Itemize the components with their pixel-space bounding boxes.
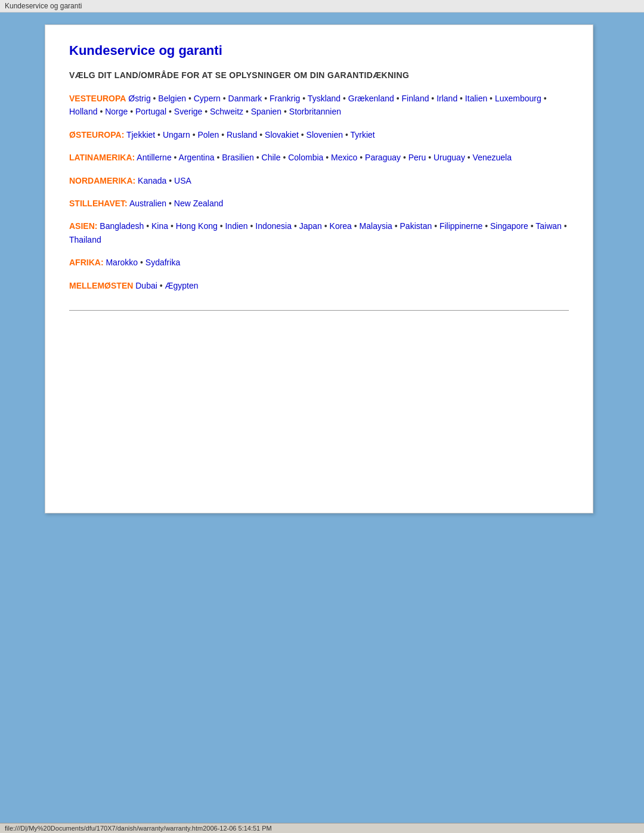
country-link-kanada[interactable]: Kanada [138,176,166,185]
region-nordamerika: NORDAMERIKA: Kanada • USA [69,174,569,187]
region-stillehavet: STILLEHAVET: Australien • New Zealand [69,197,569,210]
country-link-irland[interactable]: Irland [436,94,457,103]
region-label-nordamerika: NORDAMERIKA: [69,176,135,185]
bullet-separator: • [223,94,226,103]
bullet-separator: • [343,94,346,103]
bullet-separator: • [157,130,160,140]
bullet-separator: • [216,153,219,162]
country-link-brasilien[interactable]: Brasilien [222,153,254,162]
bullet-separator: • [354,221,357,231]
country-link-japan[interactable]: Japan [299,221,322,231]
country-link-tyrkiet[interactable]: Tyrkiet [350,130,374,140]
country-link-thailand[interactable]: Thailand [69,235,101,244]
country-link-finland[interactable]: Finland [402,94,429,103]
country-link-spanien[interactable]: Spanien [251,107,281,116]
country-link-ægypten[interactable]: Ægypten [165,281,199,290]
region-label-asien: ASIEN: [69,221,97,231]
bullet-separator: • [302,94,305,103]
country-link-portugal[interactable]: Portugal [135,107,166,116]
country-link-tyskland[interactable]: Tyskland [308,94,340,103]
country-link-schweitz[interactable]: Schweitz [210,107,243,116]
country-link-antillerne[interactable]: Antillerne [137,153,171,162]
country-link-belgien[interactable]: Belgien [158,94,186,103]
bullet-separator: • [467,153,470,162]
bullet-separator: • [434,221,437,231]
bullet-separator: • [428,153,431,162]
bullet-separator: • [220,221,223,231]
bullet-separator: • [431,94,434,103]
country-link-holland[interactable]: Holland [69,107,97,116]
bullet-separator: • [169,199,172,208]
country-link-pakistan[interactable]: Pakistan [400,221,432,231]
country-link-grækenland[interactable]: Grækenland [348,94,394,103]
bullet-separator: • [324,221,327,231]
country-link-italien[interactable]: Italien [465,94,487,103]
country-link-cypern[interactable]: Cypern [194,94,221,103]
country-link-slovakiet[interactable]: Slovakiet [265,130,299,140]
bullet-separator: • [146,221,149,231]
country-link-filippinerne[interactable]: Filippinerne [439,221,482,231]
country-link-argentina[interactable]: Argentina [179,153,215,162]
country-link-paraguay[interactable]: Paraguay [365,153,401,162]
bullet-separator: • [100,107,103,116]
country-link-hong-kong[interactable]: Hong Kong [176,221,218,231]
region-label-vesteuropa: VESTEUROPA [69,94,126,103]
country-link-taiwan[interactable]: Taiwan [535,221,562,231]
country-link-australien[interactable]: Australien [129,199,166,208]
browser-content: Kundeservice og garanti VÆLG DIT LAND/OM… [0,13,644,833]
bullet-separator: • [564,221,567,231]
country-link-singapore[interactable]: Singapore [490,221,528,231]
country-link-dubai[interactable]: Dubai [135,281,157,290]
bullet-separator: • [345,130,348,140]
country-link-uruguay[interactable]: Uruguay [434,153,465,162]
country-link-sverige[interactable]: Sverige [174,107,202,116]
country-link-danmark[interactable]: Danmark [228,94,262,103]
bullet-separator: • [360,153,363,162]
country-link-chile[interactable]: Chile [262,153,281,162]
country-link-mexico[interactable]: Mexico [331,153,357,162]
region-afrika: AFRIKA: Marokko • Sydafrika [69,256,569,269]
country-link-kina[interactable]: Kina [151,221,168,231]
country-link-rusland[interactable]: Rusland [227,130,257,140]
region-latinamerika: LATINAMERIKA: Antillerne • Argentina • B… [69,151,569,164]
bullet-separator: • [326,153,329,162]
country-link-tjekkiet[interactable]: Tjekkiet [126,130,155,140]
country-link-ungarn[interactable]: Ungarn [163,130,190,140]
country-link-colombia[interactable]: Colombia [288,153,323,162]
status-bar-text: file:///D|/My%20Documents/dfu/170X7/dani… [5,825,272,832]
bullet-separator: • [188,94,191,103]
bullet-separator: • [490,94,493,103]
country-link-norge[interactable]: Norge [105,107,128,116]
bullet-separator: • [246,107,249,116]
country-link-indonesia[interactable]: Indonesia [255,221,292,231]
country-link-korea[interactable]: Korea [330,221,352,231]
bullet-separator: • [221,130,224,140]
region-mellemøsten: MELLEMØSTEN Dubai • Ægypten [69,279,569,292]
country-link-bangladesh[interactable]: Bangladesh [100,221,144,231]
region-label-stillehavet: STILLEHAVET: [69,199,128,208]
country-link-sydafrika[interactable]: Sydafrika [145,258,180,267]
region-label-mellemøsten: MELLEMØSTEN [69,281,133,290]
bullet-separator: • [171,221,174,231]
country-link-østrig[interactable]: Østrig [128,94,150,103]
country-link-new-zealand[interactable]: New Zealand [174,199,224,208]
country-link-malaysia[interactable]: Malaysia [360,221,392,231]
country-link-polen[interactable]: Polen [197,130,219,140]
regions-container: VESTEUROPA Østrig • Belgien • Cypern • D… [69,92,569,292]
bullet-separator: • [544,94,547,103]
region-label-latinamerika: LATINAMERIKA: [69,153,135,162]
country-link-marokko[interactable]: Marokko [106,258,138,267]
country-link-frankrig[interactable]: Frankrig [270,94,300,103]
title-bar: Kundeservice og garanti [0,0,644,13]
country-link-luxembourg[interactable]: Luxembourg [495,94,541,103]
region-label-osteuropa: ØSTEUROPA: [69,130,124,140]
country-link-storbritannien[interactable]: Storbritannien [289,107,341,116]
country-link-peru[interactable]: Peru [408,153,426,162]
bullet-separator: • [169,176,172,185]
country-link-slovenien[interactable]: Slovenien [306,130,343,140]
country-link-indien[interactable]: Indien [225,221,247,231]
region-asien: ASIEN: Bangladesh • Kina • Hong Kong • I… [69,219,569,246]
bullet-separator: • [174,153,177,162]
country-link-usa[interactable]: USA [174,176,191,185]
country-link-venezuela[interactable]: Venezuela [473,153,512,162]
